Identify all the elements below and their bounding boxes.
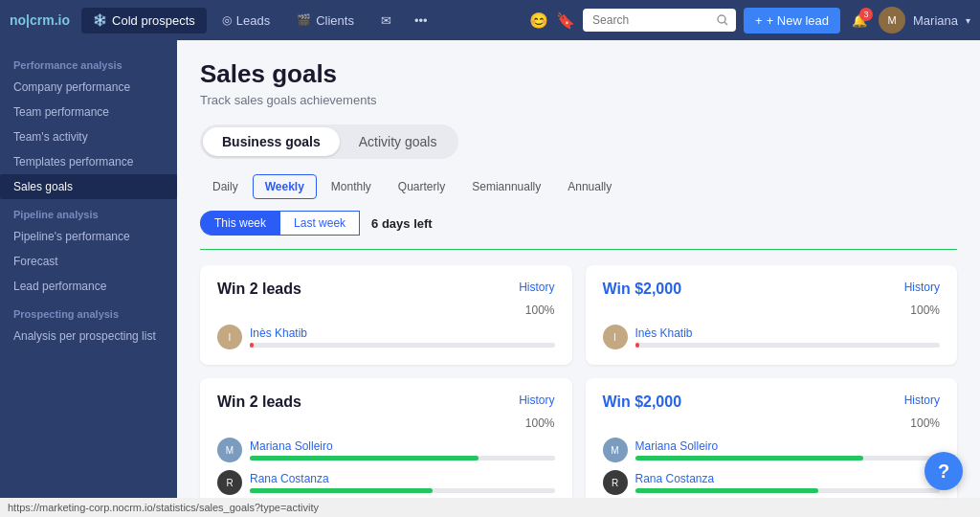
sidebar-item-forecast[interactable]: Forecast xyxy=(0,249,177,274)
card-3-user-info-2: Rana Costanza xyxy=(250,472,555,493)
nav-clients[interactable]: 🎬 Clients xyxy=(285,8,366,34)
goals-grid: Win 2 leads History 100% I Inès Khatib xyxy=(200,265,957,498)
card-1-percent: 100% xyxy=(217,303,555,317)
bookmark-icon[interactable]: 🔖 xyxy=(556,11,575,30)
card-3-user-name-2[interactable]: Rana Costanza xyxy=(250,472,555,485)
search-wrapper xyxy=(583,9,736,32)
card-1-user-name[interactable]: Inès Khatib xyxy=(250,326,555,340)
period-tab-semiannually[interactable]: Semiannually xyxy=(459,174,553,199)
card-2-user-row: I Inès Khatib xyxy=(603,325,941,349)
card-2-percent: 100% xyxy=(603,303,941,317)
card-2-user-avatar: I xyxy=(603,325,628,349)
sidebar-item-templates-performance[interactable]: Templates performance xyxy=(0,149,177,174)
plus-icon: + xyxy=(755,13,763,28)
logo-suffix: .io xyxy=(55,12,70,28)
last-week-button[interactable]: Last week xyxy=(279,211,360,236)
card-3-progress-fill-1 xyxy=(250,456,479,461)
top-navigation: no|crm.io ❄️ Cold prospects ◎ Leads 🎬 Cl… xyxy=(0,0,980,40)
main-layout: Performance analysis Company performance… xyxy=(0,40,980,498)
nav-cold-prospects[interactable]: ❄️ Cold prospects xyxy=(81,8,207,34)
card-3-history-link[interactable]: History xyxy=(519,393,554,407)
status-url: https://marketing-corp.nocrm.io/statisti… xyxy=(8,502,319,513)
emoji-icon[interactable]: 😊 xyxy=(529,11,548,30)
tab-activity-goals[interactable]: Activity goals xyxy=(340,127,457,156)
nav-more[interactable]: ••• xyxy=(407,8,435,34)
clients-icon: 🎬 xyxy=(297,13,311,27)
card-1-progress-fill xyxy=(250,343,254,348)
card-4-progress-fill-1 xyxy=(635,456,864,461)
user-name[interactable]: Mariana xyxy=(913,13,958,28)
card-1-title: Win 2 leads xyxy=(217,281,301,298)
svg-line-1 xyxy=(724,22,727,25)
period-tab-daily[interactable]: Daily xyxy=(200,174,251,199)
period-tab-quarterly[interactable]: Quarterly xyxy=(386,174,457,199)
card-4-user-avatar-2: R xyxy=(603,470,628,495)
card-3-user-name-1[interactable]: Mariana Solleiro xyxy=(250,439,555,453)
search-icon xyxy=(717,14,728,26)
card-3-header: Win 2 leads History xyxy=(217,393,555,411)
notif-badge: 3 xyxy=(859,8,873,21)
card-2-progress-fill xyxy=(635,343,639,348)
week-navigation: This week Last week 6 days left xyxy=(200,211,957,236)
sidebar-item-teams-activity[interactable]: Team's activity xyxy=(0,124,177,149)
sidebar-item-company-performance[interactable]: Company performance xyxy=(0,75,177,100)
this-week-button[interactable]: This week xyxy=(200,211,279,236)
sidebar-section-title-performance: Performance analysis xyxy=(0,50,177,75)
chevron-down-icon[interactable]: ▾ xyxy=(966,15,970,26)
days-left-label: 6 days left xyxy=(371,216,433,231)
card-2-user-name[interactable]: Inès Khatib xyxy=(635,326,941,340)
card-1-history-link[interactable]: History xyxy=(519,281,554,294)
card-3-progress-fill-2 xyxy=(250,488,433,493)
sidebar-item-pipelines-performance[interactable]: Pipeline's performance xyxy=(0,224,177,249)
card-4-history-link[interactable]: History xyxy=(904,393,940,407)
search-input[interactable] xyxy=(583,9,736,32)
card-4-title: Win $2,000 xyxy=(603,393,682,411)
card-4-header: Win $2,000 History xyxy=(603,393,941,411)
leads-icon: ◎ xyxy=(222,13,232,27)
nav-leads[interactable]: ◎ Leads xyxy=(211,8,281,34)
new-lead-button[interactable]: + + New lead xyxy=(744,8,840,34)
section-divider xyxy=(200,249,957,250)
card-3-progress-bg-1 xyxy=(250,456,555,461)
tab-business-goals[interactable]: Business goals xyxy=(203,127,340,156)
card-2-header: Win $2,000 History xyxy=(603,281,941,298)
card-4-user-info-1: Mariana Solleiro xyxy=(635,439,941,461)
svg-point-0 xyxy=(718,15,725,23)
card-2-history-link[interactable]: History xyxy=(904,281,940,294)
main-content: Sales goals Track sales goals achievemen… xyxy=(177,40,980,498)
sidebar-item-lead-performance[interactable]: Lead performance xyxy=(0,274,177,299)
nav-right-section: 😊 🔖 + + New lead 🔔 3 M Mariana ▾ xyxy=(529,7,970,34)
nav-tab-label: Leads xyxy=(236,13,270,28)
card-3-user-avatar-1: M xyxy=(217,438,242,462)
sidebar-item-sales-goals[interactable]: Sales goals xyxy=(0,174,177,199)
cold-icon: ❄️ xyxy=(93,13,107,27)
new-lead-label: + New lead xyxy=(767,13,829,28)
card-4-progress-fill-2 xyxy=(635,488,818,493)
nav-email[interactable]: ✉ xyxy=(369,8,403,34)
goal-type-tabs: Business goals Activity goals xyxy=(200,124,458,159)
sidebar-section-title-prospecting: Prospecting analysis xyxy=(0,299,177,324)
sidebar-section-pipeline: Pipeline analysis Pipeline's performance… xyxy=(0,199,177,299)
app-logo[interactable]: no|crm.io xyxy=(10,12,70,28)
card-3-user-row-1: M Mariana Solleiro xyxy=(217,438,555,462)
card-4-progress-bg-1 xyxy=(635,456,941,461)
sidebar-item-analysis-prospecting[interactable]: Analysis per prospecting list xyxy=(0,324,177,348)
card-4-user-name-1[interactable]: Mariana Solleiro xyxy=(635,439,941,453)
period-tab-monthly[interactable]: Monthly xyxy=(319,174,384,199)
user-avatar[interactable]: M xyxy=(879,7,905,34)
more-label: ••• xyxy=(414,13,428,28)
period-tabs: Daily Weekly Monthly Quarterly Semiannua… xyxy=(200,174,957,199)
period-tab-annually[interactable]: Annually xyxy=(555,174,624,199)
period-tab-weekly[interactable]: Weekly xyxy=(253,174,317,199)
notifications-button[interactable]: 🔔 3 xyxy=(848,10,871,32)
card-4-progress-bg-2 xyxy=(635,488,941,493)
card-4-user-name-2[interactable]: Rana Costanza xyxy=(635,472,941,485)
logo-accent: |crm xyxy=(26,12,55,28)
card-3-title: Win 2 leads xyxy=(217,393,301,411)
goal-card-3: Win 2 leads History 100% M Mariana Solle… xyxy=(200,378,572,498)
card-4-user-row-1: M Mariana Solleiro xyxy=(603,438,941,462)
sidebar-item-team-performance[interactable]: Team performance xyxy=(0,100,177,124)
goal-card-2: Win $2,000 History 100% I Inès Khatib xyxy=(586,265,958,365)
goal-card-1: Win 2 leads History 100% I Inès Khatib xyxy=(200,265,572,365)
help-button[interactable]: ? xyxy=(924,452,963,490)
